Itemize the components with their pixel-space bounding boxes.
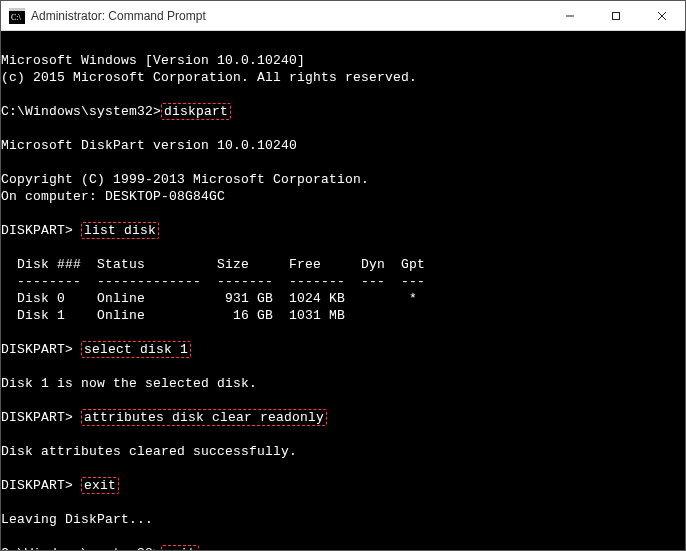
window-controls (547, 1, 685, 30)
prompt-prefix: DISKPART> (1, 342, 81, 357)
titlebar: C:\ Administrator: Command Prompt (1, 1, 685, 31)
minimize-button[interactable] (547, 1, 593, 30)
prompt-line: C:\Windows\system32>exit (1, 545, 199, 550)
prompt-line: DISKPART> attributes disk clear readonly (1, 409, 327, 426)
prompt-prefix: C:\Windows\system32> (1, 104, 161, 119)
prompt-prefix: DISKPART> (1, 410, 81, 425)
output-line: (c) 2015 Microsoft Corporation. All righ… (1, 70, 417, 85)
prompt-line: C:\Windows\system32>diskpart (1, 103, 231, 120)
output-line: Disk 1 is now the selected disk. (1, 376, 257, 391)
output-line: Leaving DiskPart... (1, 512, 153, 527)
prompt-line: DISKPART> exit (1, 477, 119, 494)
command-highlight: select disk 1 (81, 341, 191, 358)
command-highlight: diskpart (161, 103, 231, 120)
prompt-prefix: DISKPART> (1, 223, 81, 238)
svg-rect-4 (613, 12, 620, 19)
output-line: Copyright (C) 1999-2013 Microsoft Corpor… (1, 172, 369, 187)
table-header: Disk ### Status Size Free Dyn Gpt (1, 257, 425, 272)
prompt-line: DISKPART> list disk (1, 222, 159, 239)
prompt-prefix: C:\Windows\system32> (1, 546, 161, 550)
terminal-area[interactable]: Microsoft Windows [Version 10.0.10240] (… (1, 31, 685, 550)
output-line: Microsoft Windows [Version 10.0.10240] (1, 53, 305, 68)
table-row: Disk 1 Online 16 GB 1031 MB (1, 308, 345, 323)
command-highlight: attributes disk clear readonly (81, 409, 327, 426)
prompt-prefix: DISKPART> (1, 478, 81, 493)
cmd-window: C:\ Administrator: Command Prompt Micros… (0, 0, 686, 551)
output-line: On computer: DESKTOP-08G84GC (1, 189, 225, 204)
cmd-icon: C:\ (9, 8, 25, 24)
close-button[interactable] (639, 1, 685, 30)
command-highlight: exit (161, 545, 199, 550)
svg-text:C:\: C:\ (11, 13, 22, 22)
prompt-line: DISKPART> select disk 1 (1, 341, 191, 358)
command-highlight: list disk (81, 222, 159, 239)
table-divider: -------- ------------- ------- ------- -… (1, 274, 425, 289)
command-highlight: exit (81, 477, 119, 494)
table-row: Disk 0 Online 931 GB 1024 KB * (1, 291, 417, 306)
window-title: Administrator: Command Prompt (31, 9, 547, 23)
output-line: Disk attributes cleared successfully. (1, 444, 297, 459)
svg-rect-1 (9, 8, 25, 11)
maximize-button[interactable] (593, 1, 639, 30)
output-line: Microsoft DiskPart version 10.0.10240 (1, 138, 297, 153)
